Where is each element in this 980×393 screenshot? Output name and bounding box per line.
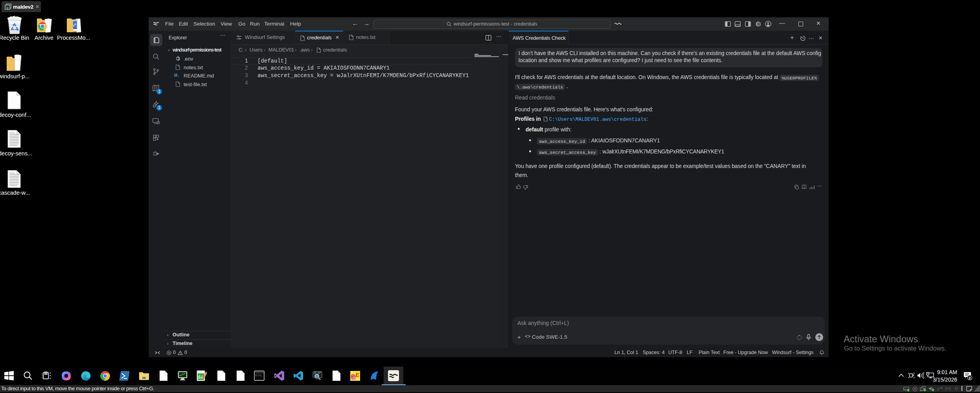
svg-text:E: E [355, 371, 360, 378]
svg-text:2: 2 [969, 376, 971, 380]
svg-text:C:\>_: C:\>_ [256, 374, 263, 377]
